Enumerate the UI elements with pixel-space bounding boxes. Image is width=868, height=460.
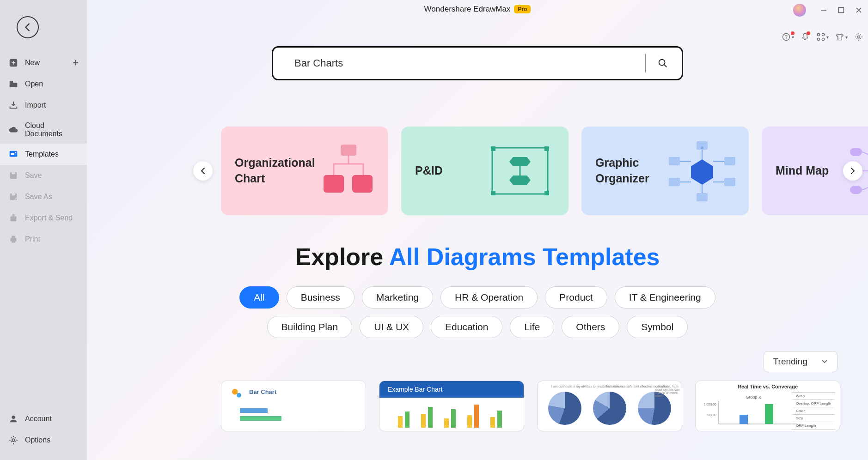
sidebar-item-label: Cloud Documents bbox=[25, 121, 79, 138]
close-button[interactable] bbox=[854, 6, 863, 15]
folder-icon bbox=[8, 79, 18, 89]
category-card-p-id[interactable]: P&ID bbox=[401, 127, 568, 215]
template-card[interactable]: Example Bar Chart bbox=[379, 381, 524, 431]
svg-rect-52 bbox=[240, 416, 281, 421]
maximize-button[interactable] bbox=[837, 6, 846, 15]
sidebar-item-open[interactable]: Open bbox=[0, 73, 87, 95]
pie-chart-icon bbox=[593, 392, 626, 425]
svg-point-23 bbox=[858, 36, 860, 38]
svg-rect-6 bbox=[12, 172, 15, 175]
svg-rect-54 bbox=[405, 412, 410, 428]
sidebar-item-import[interactable]: Import bbox=[0, 95, 87, 116]
filter-chips: AllBusinessMarketingHR & OperationProduc… bbox=[87, 286, 868, 338]
svg-text:1,000.00: 1,000.00 bbox=[704, 403, 716, 406]
account-icon bbox=[8, 414, 18, 424]
sort-select[interactable]: Trending bbox=[764, 351, 837, 372]
chevron-down-icon bbox=[821, 359, 828, 364]
svg-rect-69 bbox=[765, 404, 773, 424]
filter-chip-it-engineering[interactable]: IT & Engineering bbox=[615, 286, 715, 309]
sidebar-item-save-as: Save As bbox=[0, 186, 87, 207]
svg-rect-1 bbox=[10, 81, 13, 83]
template-card[interactable]: Real Time vs. Converage Group X 1,000.00… bbox=[695, 381, 840, 431]
svg-point-49 bbox=[232, 389, 238, 395]
sidebar-item-label: New bbox=[25, 59, 40, 67]
export-icon bbox=[8, 213, 18, 223]
svg-rect-33 bbox=[544, 191, 549, 195]
filter-chip-education[interactable]: Education bbox=[431, 316, 502, 338]
help-icon: ? bbox=[782, 32, 791, 42]
svg-rect-30 bbox=[491, 146, 495, 151]
svg-rect-53 bbox=[398, 416, 403, 428]
search-divider bbox=[645, 54, 646, 73]
carousel-prev-button[interactable] bbox=[193, 161, 213, 181]
search-icon[interactable] bbox=[658, 58, 668, 68]
filter-chip-ui-ux[interactable]: UI & UX bbox=[360, 316, 423, 338]
chevron-right-icon bbox=[850, 167, 856, 175]
gear-icon bbox=[8, 435, 18, 445]
svg-text:?: ? bbox=[785, 34, 788, 40]
window-controls bbox=[793, 4, 863, 17]
theme-button[interactable]: ▾ bbox=[835, 32, 848, 42]
svg-rect-40 bbox=[724, 157, 735, 165]
filter-chip-others[interactable]: Others bbox=[562, 316, 619, 338]
shortcuts-button[interactable]: ▾ bbox=[816, 32, 829, 42]
settings-button[interactable] bbox=[854, 32, 863, 42]
sidebar-item-label: Save bbox=[25, 171, 42, 180]
shirt-icon bbox=[835, 32, 844, 42]
filter-chip-symbol[interactable]: Symbol bbox=[627, 316, 688, 338]
sidebar-item-templates[interactable]: Templates bbox=[0, 144, 87, 165]
svg-rect-11 bbox=[12, 236, 15, 238]
svg-rect-28 bbox=[352, 175, 373, 193]
minimize-button[interactable] bbox=[819, 6, 828, 15]
filter-chip-hr-operation[interactable]: HR & Operation bbox=[440, 286, 538, 309]
svg-rect-61 bbox=[490, 417, 495, 428]
svg-rect-58 bbox=[451, 409, 456, 428]
gear-icon bbox=[854, 32, 863, 42]
carousel-next-button[interactable] bbox=[843, 161, 862, 181]
svg-rect-43 bbox=[850, 148, 862, 156]
plus-icon[interactable]: + bbox=[73, 57, 79, 69]
svg-rect-57 bbox=[444, 418, 449, 428]
filter-chip-life[interactable]: Life bbox=[510, 316, 554, 338]
download-icon bbox=[8, 100, 18, 110]
svg-rect-44 bbox=[850, 186, 862, 194]
search-input[interactable] bbox=[294, 57, 633, 69]
sidebar-item-label: Print bbox=[25, 235, 40, 243]
svg-rect-16 bbox=[839, 8, 844, 13]
category-card-graphic-organizer[interactable]: Graphic Organizer bbox=[581, 127, 749, 215]
filter-chip-marketing[interactable]: Marketing bbox=[362, 286, 433, 309]
svg-rect-37 bbox=[697, 193, 708, 201]
filter-chip-building-plan[interactable]: Building Plan bbox=[267, 316, 353, 338]
svg-point-50 bbox=[237, 393, 241, 398]
svg-point-13 bbox=[12, 416, 15, 419]
notifications-button[interactable] bbox=[801, 32, 810, 42]
back-button[interactable] bbox=[17, 16, 39, 38]
sidebar-item-new[interactable]: New+ bbox=[0, 52, 87, 73]
svg-rect-56 bbox=[428, 407, 433, 428]
sidebar-item-label: Account bbox=[25, 415, 52, 423]
template-card[interactable]: Bar Chart bbox=[221, 381, 366, 431]
svg-rect-39 bbox=[669, 178, 680, 186]
svg-text:Group X: Group X bbox=[746, 395, 761, 399]
svg-point-4 bbox=[15, 152, 16, 153]
svg-rect-38 bbox=[669, 157, 680, 165]
sidebar-item-account[interactable]: Account bbox=[0, 408, 87, 430]
svg-rect-3 bbox=[11, 153, 14, 155]
sidebar-item-cloud-documents[interactable]: Cloud Documents bbox=[0, 116, 87, 144]
filter-chip-product[interactable]: Product bbox=[545, 286, 607, 309]
filter-chip-business[interactable]: Business bbox=[287, 286, 355, 309]
search-box bbox=[272, 46, 683, 80]
help-button[interactable]: ? ▾ bbox=[782, 32, 794, 42]
sidebar-item-label: Save As bbox=[25, 193, 52, 201]
pro-badge: Pro bbox=[514, 5, 531, 13]
sidebar-item-export-send: Export & Send bbox=[0, 207, 87, 229]
filter-chip-all[interactable]: All bbox=[239, 286, 279, 309]
category-card-organizational-chart[interactable]: Organizational Chart bbox=[221, 127, 388, 215]
sidebar-item-label: Options bbox=[25, 436, 50, 444]
sidebar-item-options[interactable]: Options bbox=[0, 430, 87, 451]
category-graphic-icon bbox=[485, 141, 555, 201]
template-card[interactable]: I am confident in my abilities to prescr… bbox=[537, 381, 682, 431]
avatar[interactable] bbox=[793, 4, 806, 17]
sidebar-item-label: Import bbox=[25, 101, 46, 109]
category-label: Organizational Chart bbox=[235, 155, 315, 187]
